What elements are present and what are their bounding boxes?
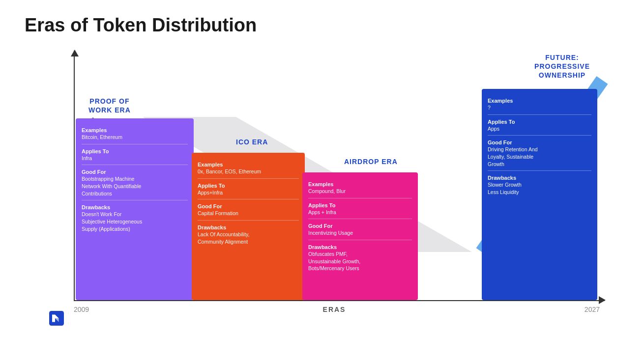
ico-drawbacks-value: Lack Of Accountability, Community Alignm… — [198, 231, 299, 245]
ico-content: Examples 0x, Bancor, EOS, Ethereum Appli… — [198, 162, 299, 245]
pow-applies-value: Infra — [82, 155, 188, 162]
pow-examples-label: Examples — [82, 127, 188, 133]
pow-drawbacks-value: Doesn't Work For Subjective Heterogeneou… — [82, 211, 188, 232]
x-axis — [74, 300, 605, 301]
y-axis — [74, 51, 75, 301]
chart-area: SKIN IN THE GAME TO EARN OWNERSHIP 2009 … — [25, 41, 619, 331]
logo — [49, 311, 64, 326]
future-drawbacks-label: Drawbacks — [488, 175, 591, 181]
airdrop-applies-value: Apps + Infra — [308, 209, 412, 216]
x-label-middle: ERAS — [323, 306, 346, 313]
pow-examples-value: Bitcoin, Ethereum — [82, 134, 188, 141]
airdrop-applies-label: Applies To — [308, 202, 412, 208]
future-good-label: Good For — [488, 139, 591, 145]
airdrop-examples-label: Examples — [308, 181, 412, 187]
pow-drawbacks-label: Drawbacks — [82, 204, 188, 210]
era-pow-box: Examples Bitcoin, Ethereum Applies To In… — [76, 118, 194, 300]
x-label-start: 2009 — [74, 306, 89, 313]
era-ico-box: Examples 0x, Bancor, EOS, Ethereum Appli… — [192, 153, 305, 300]
era-airdrop-box: Examples Compound, Blur Applies To Apps … — [302, 172, 418, 300]
pow-good-label: Good For — [82, 169, 188, 175]
future-examples-label: Examples — [488, 98, 591, 104]
page-title: Eras of Token Distribution — [25, 15, 619, 36]
airdrop-good-label: Good For — [308, 223, 412, 229]
ico-drawbacks-label: Drawbacks — [198, 224, 299, 230]
future-good-value: Driving Retention And Loyalty, Sustainab… — [488, 146, 591, 167]
airdrop-content: Examples Compound, Blur Applies To Apps … — [308, 181, 412, 272]
ico-good-value: Capital Formation — [198, 210, 299, 217]
airdrop-examples-value: Compound, Blur — [308, 188, 412, 195]
pow-content: Examples Bitcoin, Ethereum Applies To In… — [82, 127, 188, 233]
future-drawbacks-value: Slower Growth Less Liquidity — [488, 181, 591, 195]
ico-examples-value: 0x, Bancor, EOS, Ethereum — [198, 168, 299, 175]
ico-good-label: Good For — [198, 203, 299, 209]
x-label-end: 2027 — [585, 306, 600, 313]
airdrop-good-value: Incentivizing Usage — [308, 229, 412, 237]
future-examples-value: ? — [488, 104, 591, 111]
ico-examples-label: Examples — [198, 162, 299, 167]
y-axis-arrow — [71, 50, 79, 56]
slide: Eras of Token Distribution SKIN IN THE G… — [0, 0, 644, 362]
future-applies-label: Applies To — [488, 119, 591, 125]
era-future-box: Examples ? Applies To Apps Good For Driv… — [482, 89, 597, 300]
airdrop-drawbacks-value: Obfuscates PMF, Unsustainable Growth, Bo… — [308, 251, 412, 272]
era-label-future: FUTURE: PROGRESSIVE OWNERSHIP — [534, 53, 590, 80]
ico-applies-value: Apps+Infra — [198, 189, 299, 196]
future-applies-value: Apps — [488, 125, 591, 133]
era-label-pow: PROOF OF WORK ERA — [88, 97, 131, 114]
x-axis-arrow — [599, 296, 606, 304]
pow-good-value: Bootstrapping Machine Network With Quant… — [82, 175, 188, 197]
airdrop-drawbacks-label: Drawbacks — [308, 244, 412, 250]
ico-applies-label: Applies To — [198, 183, 299, 189]
era-label-airdrop: AIRDROP ERA — [344, 157, 398, 166]
pow-applies-label: Applies To — [82, 148, 188, 154]
era-label-ico: ICO ERA — [236, 138, 268, 146]
future-content: Examples ? Applies To Apps Good For Driv… — [488, 98, 591, 196]
